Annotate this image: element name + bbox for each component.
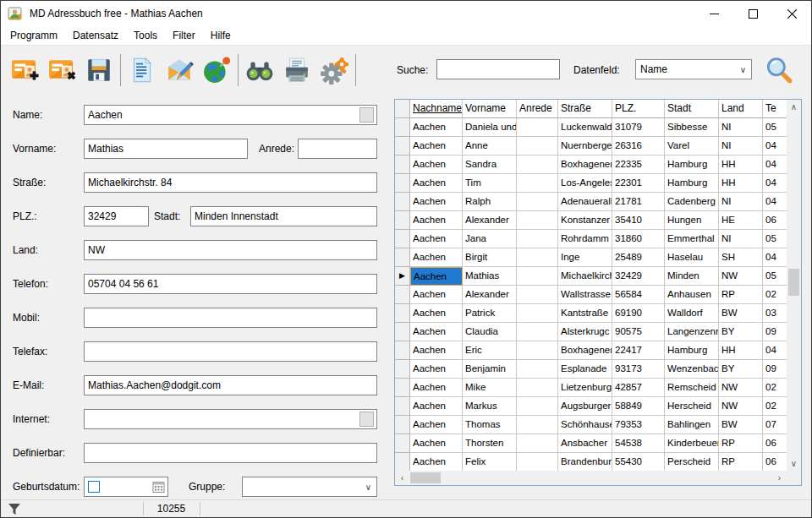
table-cell[interactable]: 04 <box>763 248 787 267</box>
column-header[interactable]: Vorname <box>463 100 517 118</box>
row-selector[interactable] <box>395 230 410 248</box>
run-search-button[interactable] <box>765 56 793 88</box>
row-selector[interactable] <box>395 323 410 341</box>
menu-hilfe[interactable]: Hilfe <box>203 28 239 43</box>
table-cell[interactable]: Aachen <box>410 323 463 341</box>
table-cell[interactable]: Herscheid <box>665 397 719 416</box>
menu-tools[interactable]: Tools <box>126 28 165 43</box>
table-cell[interactable]: Alsterkrugc <box>558 323 612 341</box>
table-cell[interactable] <box>517 267 558 286</box>
row-selector[interactable]: ▶ <box>395 267 410 286</box>
table-cell[interactable]: Daniela und <box>463 118 517 137</box>
row-selector[interactable] <box>395 193 410 211</box>
scroll-right-icon[interactable]: › <box>772 471 787 485</box>
scroll-down-icon[interactable]: ∨ <box>787 456 801 471</box>
column-header[interactable]: PLZ. <box>612 100 665 118</box>
horizontal-scroll-thumb[interactable] <box>410 472 441 483</box>
table-cell[interactable]: Aachen <box>410 155 463 174</box>
vertical-scrollbar[interactable]: ∧ ∨ <box>787 100 801 471</box>
table-cell[interactable] <box>517 341 558 360</box>
table-cell[interactable]: Aachen <box>410 118 463 137</box>
column-header[interactable]: Straße <box>558 100 612 118</box>
minimize-button[interactable] <box>694 1 733 26</box>
table-cell[interactable]: 55430 <box>612 453 665 471</box>
table-cell[interactable]: Felix <box>463 453 517 471</box>
table-cell[interactable]: 69190 <box>612 304 665 323</box>
land-input[interactable] <box>84 240 377 260</box>
table-cell[interactable]: 22301 <box>612 174 665 193</box>
table-cell[interactable]: 42857 <box>612 379 665 397</box>
menu-filter[interactable]: Filter <box>165 28 203 43</box>
stadt-input[interactable] <box>190 206 377 226</box>
settings-button[interactable] <box>315 53 353 87</box>
definierbar-input[interactable] <box>84 443 377 463</box>
table-cell[interactable] <box>517 248 558 267</box>
row-selector[interactable] <box>395 155 410 174</box>
table-cell[interactable] <box>517 434 558 453</box>
table-cell[interactable]: Ansbacher <box>558 434 612 453</box>
table-cell[interactable]: Aachen <box>410 341 463 360</box>
mobil-input[interactable] <box>84 308 377 328</box>
table-cell[interactable] <box>517 174 558 193</box>
strasse-input[interactable] <box>84 172 377 193</box>
table-cell[interactable]: Aachen <box>410 397 463 416</box>
table-cell[interactable]: Mike <box>463 379 517 397</box>
table-cell[interactable]: Anhausen <box>665 286 719 304</box>
telefax-input[interactable] <box>84 341 377 362</box>
table-cell[interactable]: Benjamin <box>463 360 517 379</box>
table-cell[interactable]: Eric <box>463 341 517 360</box>
table-cell[interactable]: 93173 <box>612 360 665 379</box>
table-cell[interactable]: Nuernberge <box>558 137 612 155</box>
row-selector[interactable] <box>395 341 410 360</box>
table-cell[interactable]: RP <box>719 434 763 453</box>
table-cell[interactable] <box>517 397 558 416</box>
table-cell[interactable]: Lietzenburg <box>558 379 612 397</box>
table-cell[interactable]: Thomas <box>463 416 517 434</box>
table-cell[interactable]: NI <box>719 118 763 137</box>
table-cell[interactable]: 05 <box>763 267 787 286</box>
column-header[interactable]: Nachname <box>410 100 463 118</box>
table-cell[interactable]: Perscheid <box>665 453 719 471</box>
table-cell[interactable] <box>517 453 558 471</box>
table-cell[interactable]: Cadenberg <box>665 193 719 211</box>
web-button[interactable] <box>198 53 235 87</box>
table-cell[interactable]: 90575 <box>612 323 665 341</box>
geburtsdatum-checkbox[interactable] <box>88 481 100 493</box>
table-cell[interactable]: Kantstraße <box>558 304 612 323</box>
scroll-left-icon[interactable]: ‹ <box>395 471 409 485</box>
table-cell[interactable]: 04 <box>763 193 787 211</box>
table-cell[interactable]: 22335 <box>612 155 665 174</box>
table-cell[interactable]: 04 <box>763 341 787 360</box>
table-cell[interactable] <box>517 323 558 341</box>
row-selector[interactable] <box>395 434 410 453</box>
table-cell[interactable]: 02 <box>763 397 787 416</box>
table-cell[interactable]: Aachen <box>410 137 463 155</box>
table-cell[interactable]: BY <box>719 360 763 379</box>
table-cell[interactable]: HH <box>719 155 763 174</box>
table-cell[interactable]: Haselau <box>665 248 719 267</box>
table-cell[interactable]: Aachen <box>410 174 463 193</box>
table-cell[interactable]: Michaelkirch <box>558 267 612 286</box>
table-cell[interactable]: Hamburg <box>665 341 719 360</box>
vertical-scroll-thumb[interactable] <box>788 269 799 296</box>
table-cell[interactable]: Boxhagener <box>558 341 612 360</box>
table-cell[interactable]: Luckenwald <box>558 118 612 137</box>
telefon-input[interactable] <box>84 274 377 294</box>
table-cell[interactable]: BW <box>719 416 763 434</box>
close-button[interactable] <box>772 1 811 26</box>
table-cell[interactable]: Alexander <box>463 211 517 230</box>
table-cell[interactable]: Remscheid <box>665 379 719 397</box>
table-cell[interactable]: 03 <box>763 304 787 323</box>
table-cell[interactable]: Emmerthal <box>665 230 719 248</box>
table-cell[interactable]: Aachen <box>410 304 463 323</box>
email-input[interactable] <box>84 375 377 395</box>
vorname-input[interactable] <box>84 139 248 159</box>
row-selector[interactable] <box>395 379 410 397</box>
table-cell[interactable]: 26316 <box>612 137 665 155</box>
table-cell[interactable]: Mathias <box>463 267 517 286</box>
table-cell[interactable]: 04 <box>763 174 787 193</box>
table-cell[interactable]: 05 <box>763 118 787 137</box>
row-selector[interactable] <box>395 360 410 379</box>
table-cell[interactable]: 56584 <box>612 286 665 304</box>
table-cell[interactable] <box>517 304 558 323</box>
